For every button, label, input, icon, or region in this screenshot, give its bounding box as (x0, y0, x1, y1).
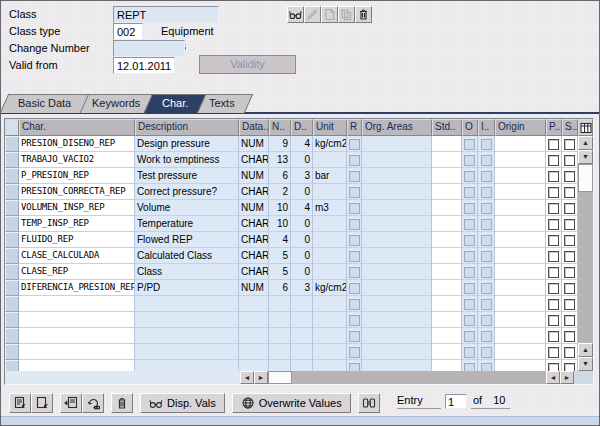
copy-line-icon[interactable] (60, 393, 82, 413)
s-checkbox[interactable] (564, 139, 575, 150)
row-select-button[interactable] (5, 152, 19, 168)
cell-char[interactable] (19, 312, 135, 328)
cell-std[interactable] (432, 328, 462, 344)
column-header-p[interactable]: P.. (546, 119, 562, 136)
scroll-right-icon[interactable]: ► (254, 371, 268, 384)
row-select-button[interactable] (5, 296, 19, 312)
p-checkbox[interactable] (548, 283, 559, 294)
s-checkbox[interactable] (564, 299, 575, 310)
column-header-o[interactable]: O (462, 119, 478, 136)
insert-line-icon[interactable] (9, 393, 31, 413)
row-select-button[interactable] (5, 344, 19, 360)
cell-char[interactable]: DIFERENCIA_PRESION_REP (19, 280, 135, 296)
p-checkbox[interactable] (548, 315, 559, 326)
cell-char[interactable]: PRESION_CORRECTA_REP (19, 184, 135, 200)
cell-std[interactable] (432, 168, 462, 184)
vertical-scrollbar-thumb[interactable] (578, 164, 593, 192)
cell-origin[interactable] (495, 280, 546, 296)
p-checkbox[interactable] (548, 139, 559, 150)
glasses-display-icon[interactable] (287, 6, 304, 23)
valid-from-input[interactable] (113, 57, 175, 74)
column-header-description[interactable]: Description (135, 119, 239, 136)
cell-origin[interactable] (495, 312, 546, 328)
cell-std[interactable] (432, 152, 462, 168)
cell-origin[interactable] (495, 168, 546, 184)
scroll-up-icon[interactable]: ▲ (578, 136, 593, 150)
tab-basic-data[interactable]: Basic Data (0, 94, 89, 113)
p-checkbox[interactable] (548, 251, 559, 262)
row-select-button[interactable] (5, 360, 19, 371)
cell-char[interactable]: TEMP_INSP_REP (19, 216, 135, 232)
cell-char[interactable] (19, 344, 135, 360)
cell-char[interactable]: TRABAJO_VACIO2 (19, 152, 135, 168)
column-header-origin[interactable]: Origin (495, 119, 546, 136)
row-select-button[interactable] (5, 184, 19, 200)
column-header-n[interactable]: N.. (269, 119, 291, 136)
column-header-sel[interactable] (5, 119, 19, 136)
cell-std[interactable] (432, 184, 462, 200)
p-checkbox[interactable] (548, 203, 559, 214)
column-header-r[interactable]: R (347, 119, 362, 136)
row-select-button[interactable] (5, 248, 19, 264)
cell-std[interactable] (432, 296, 462, 312)
row-select-button[interactable] (5, 264, 19, 280)
delete-row-icon[interactable] (111, 393, 133, 413)
cell-std[interactable] (432, 312, 462, 328)
p-checkbox[interactable] (548, 187, 559, 198)
cell-origin[interactable] (495, 152, 546, 168)
column-header-unit[interactable]: Unit (313, 119, 347, 136)
cell-origin[interactable] (495, 248, 546, 264)
binoculars-find-icon[interactable] (358, 393, 380, 413)
cell-origin[interactable] (495, 296, 546, 312)
p-checkbox[interactable] (548, 331, 559, 342)
cell-std[interactable] (432, 216, 462, 232)
scroll-up-icon[interactable]: ▲ (578, 343, 593, 357)
cell-origin[interactable] (495, 136, 546, 152)
s-checkbox[interactable] (564, 347, 575, 358)
change-number-input[interactable] (113, 40, 185, 57)
s-checkbox[interactable] (564, 155, 575, 166)
p-checkbox[interactable] (548, 219, 559, 230)
cell-std[interactable] (432, 360, 462, 371)
p-checkbox[interactable] (548, 363, 559, 371)
p-checkbox[interactable] (548, 299, 559, 310)
cell-std[interactable] (432, 200, 462, 216)
horizontal-scrollbar-track[interactable] (268, 371, 546, 384)
p-checkbox[interactable] (548, 347, 559, 358)
cell-char[interactable]: PRESION_DISENO_REP (19, 136, 135, 152)
column-header-org[interactable]: Org. Areas (362, 119, 432, 136)
cell-char[interactable]: P_PRESION_REP (19, 168, 135, 184)
cell-origin[interactable] (495, 184, 546, 200)
vertical-scrollbar[interactable]: ▲ ▼ ▲ ▼ (578, 136, 593, 371)
cell-char[interactable] (19, 360, 135, 371)
s-checkbox[interactable] (564, 251, 575, 262)
s-checkbox[interactable] (564, 171, 575, 182)
table-settings-icon[interactable] (578, 119, 593, 136)
s-checkbox[interactable] (564, 363, 575, 371)
scroll-down-icon[interactable]: ▼ (578, 357, 593, 371)
s-checkbox[interactable] (564, 283, 575, 294)
s-checkbox[interactable] (564, 203, 575, 214)
column-header-char[interactable]: Char. (19, 119, 135, 136)
cell-char[interactable]: CLASE_CALCULADA (19, 248, 135, 264)
append-line-icon[interactable] (31, 393, 53, 413)
cell-origin[interactable] (495, 360, 546, 371)
cell-origin[interactable] (495, 328, 546, 344)
s-checkbox[interactable] (564, 187, 575, 198)
cell-std[interactable] (432, 280, 462, 296)
cell-origin[interactable] (495, 264, 546, 280)
scroll-right-icon[interactable]: ► (560, 371, 574, 384)
cell-std[interactable] (432, 344, 462, 360)
cell-std[interactable] (432, 264, 462, 280)
cell-origin[interactable] (495, 216, 546, 232)
p-checkbox[interactable] (548, 267, 559, 278)
cell-origin[interactable] (495, 200, 546, 216)
entry-number-input[interactable] (445, 394, 467, 409)
cell-char[interactable]: FLUIDO_REP (19, 232, 135, 248)
s-checkbox[interactable] (564, 267, 575, 278)
horizontal-scrollbar-thumb[interactable] (268, 371, 292, 384)
row-select-button[interactable] (5, 328, 19, 344)
tab-char[interactable]: Char. (143, 94, 206, 113)
display-values-button[interactable]: Disp. Vals (140, 393, 225, 413)
cell-char[interactable]: VOLUMEN_INSP_REP (19, 200, 135, 216)
